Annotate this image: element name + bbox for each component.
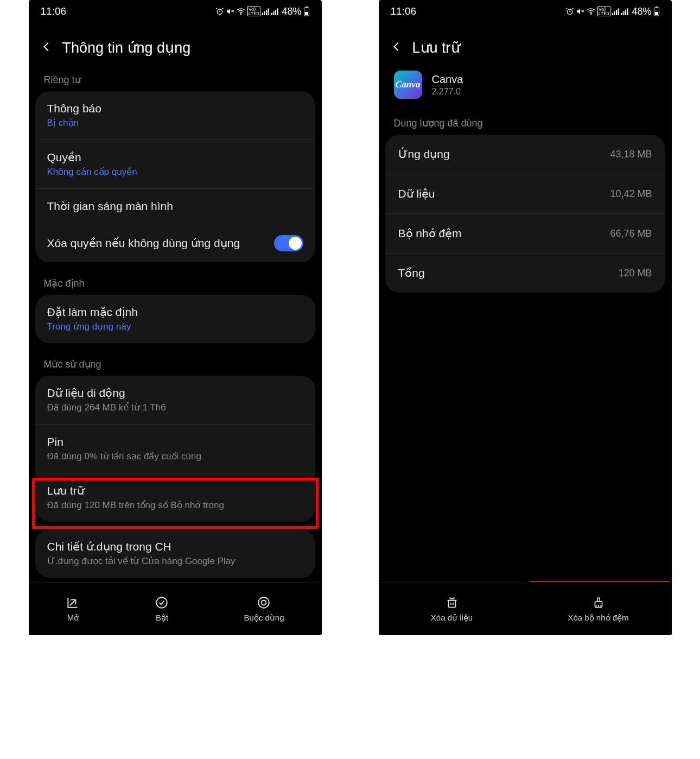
back-button[interactable] (41, 41, 53, 55)
back-button[interactable] (391, 41, 403, 55)
kv-key: Ứng dụng (398, 148, 450, 161)
svg-rect-31 (656, 7, 658, 8)
row-sub: Đã dùng 0% từ lần sạc đầy cuối cùng (47, 451, 201, 462)
section-usage-label: Mức sử dụng (29, 351, 322, 376)
trash-icon (445, 596, 459, 610)
row-remove-permissions[interactable]: Xóa quyền nếu không dùng ứng dụng (35, 224, 315, 262)
svg-rect-10 (275, 10, 276, 15)
kv-key: Tổng (398, 267, 425, 280)
wifi-icon (586, 7, 596, 16)
svg-rect-24 (616, 10, 617, 15)
kv-value: 10,42 MB (610, 188, 652, 200)
row-title: Quyền (47, 151, 137, 164)
kv-value: 66,76 MB (610, 228, 652, 239)
svg-rect-11 (277, 8, 278, 15)
svg-point-17 (262, 600, 266, 605)
svg-rect-29 (627, 8, 628, 15)
check-circle-icon (155, 596, 169, 610)
svg-point-16 (259, 597, 270, 608)
section-privacy-label: Riêng tư (29, 66, 322, 91)
svg-rect-8 (271, 13, 272, 15)
volte-label: Vo)LTE1 (247, 7, 261, 16)
svg-rect-9 (273, 11, 275, 15)
app-icon: Canva (394, 71, 422, 99)
row-battery[interactable]: Pin Đã dùng 0% từ lần sạc đầy cuối cùng (35, 425, 315, 473)
clear-data-label: Xóa dữ liệu (431, 613, 473, 623)
signal-icon (612, 8, 620, 15)
svg-rect-13 (306, 7, 308, 8)
page-header: Thông tin ứng dụng (29, 23, 322, 66)
row-title: Chi tiết ứ.dụng trong CH (47, 540, 236, 553)
row-data-size[interactable]: Dữ liệu 10,42 MB (385, 174, 665, 214)
force-stop-label: Buộc dừng (244, 613, 284, 623)
row-mobile-data[interactable]: Dữ liệu di động Đã dùng 264 MB kể từ 1 T… (35, 376, 315, 425)
row-title: Lưu trữ (47, 484, 224, 497)
status-time: 11:06 (41, 5, 67, 17)
row-app-size[interactable]: Ứng dụng 43,18 MB (385, 135, 665, 174)
bottom-action-bar: Xóa dữ liệu Xóa bộ nhớ đệm (379, 582, 672, 635)
open-label: Mở (67, 613, 79, 623)
privacy-card: Thông báo Bị chặn Quyền Không cần cấp qu… (35, 91, 315, 262)
store-card: Chi tiết ứ.dụng trong CH Ứ.dụng được tải… (35, 529, 315, 578)
remove-permissions-toggle[interactable] (274, 235, 303, 251)
row-sub: Đã dùng 120 MB trên tổng số Bộ nhớ trong (47, 499, 224, 511)
svg-rect-26 (621, 13, 622, 15)
clear-cache-button[interactable]: Xóa bộ nhớ đệm (525, 596, 672, 623)
row-title: Đặt làm mặc định (47, 306, 138, 319)
svg-rect-23 (614, 11, 615, 15)
row-permissions[interactable]: Quyền Không cần cấp quyền (35, 140, 315, 189)
kv-value: 120 MB (618, 268, 652, 279)
svg-rect-22 (612, 13, 613, 15)
svg-rect-33 (448, 600, 455, 607)
wifi-icon (236, 7, 246, 16)
row-store-details[interactable]: Chi tiết ứ.dụng trong CH Ứ.dụng được tải… (35, 529, 315, 578)
battery-percent: 48% (282, 6, 301, 17)
open-icon (66, 596, 80, 610)
broom-icon (591, 596, 606, 610)
volte-label: Vo)LTE1 (597, 7, 611, 16)
svg-rect-14 (304, 12, 308, 15)
row-title: Thông báo (47, 102, 101, 115)
clear-data-button[interactable]: Xóa dữ liệu (379, 596, 525, 623)
battery-icon (303, 7, 310, 16)
enable-button[interactable]: Bật (155, 596, 169, 623)
bottom-action-bar: Mở Bật Buộc dừng (29, 582, 322, 635)
row-cache-size[interactable]: Bộ nhớ đệm 66,76 MB (385, 214, 665, 254)
force-stop-button[interactable]: Buộc dừng (244, 596, 284, 623)
row-total-size[interactable]: Tổng 120 MB (385, 254, 665, 293)
row-screen-time[interactable]: Thời gian sáng màn hình (35, 189, 315, 224)
svg-rect-6 (266, 10, 267, 15)
row-notifications[interactable]: Thông báo Bị chặn (35, 91, 315, 140)
kv-value: 43,18 MB (610, 149, 652, 160)
row-title: Pin (47, 435, 201, 448)
app-name: Canva (432, 73, 463, 86)
svg-rect-32 (654, 12, 658, 15)
mute-icon (226, 7, 234, 16)
usage-card: Ứng dụng 43,18 MB Dữ liệu 10,42 MB Bộ nh… (385, 135, 665, 293)
battery-icon (653, 7, 660, 16)
row-set-default[interactable]: Đặt làm mặc định Trong ứng dụng này (35, 295, 315, 343)
page-title: Thông tin ứng dụng (62, 39, 191, 56)
alarm-icon (565, 7, 574, 16)
open-button[interactable]: Mở (66, 596, 80, 623)
row-sub: Ứ.dụng được tải về từ Cửa hàng Google Pl… (47, 555, 236, 567)
status-bar: 11:06 Vo)LTE1 (29, 0, 322, 20)
alarm-icon (215, 7, 224, 16)
row-title: Xóa quyền nếu không dùng ứng dụng (47, 237, 240, 250)
status-indicators: Vo)LTE1 48% (565, 6, 660, 17)
page-header: Lưu trữ (379, 23, 672, 66)
row-storage[interactable]: Lưu trữ Đã dùng 120 MB trên tổng số Bộ n… (35, 473, 315, 522)
svg-point-21 (590, 14, 591, 15)
row-sub: Không cần cấp quyền (47, 166, 137, 178)
svg-rect-7 (268, 8, 269, 15)
svg-rect-5 (264, 11, 265, 15)
svg-point-3 (240, 14, 241, 15)
signal-icon-2 (621, 8, 629, 15)
battery-percent: 48% (632, 6, 651, 17)
section-default-label: Mặc định (29, 270, 322, 295)
usage-card: Dữ liệu di động Đã dùng 264 MB kể từ 1 T… (35, 376, 315, 522)
default-card: Đặt làm mặc định Trong ứng dụng này (35, 295, 315, 343)
stop-circle-icon (257, 596, 271, 610)
row-sub: Đã dùng 264 MB kể từ 1 Th6 (47, 402, 166, 413)
svg-rect-25 (618, 8, 619, 15)
